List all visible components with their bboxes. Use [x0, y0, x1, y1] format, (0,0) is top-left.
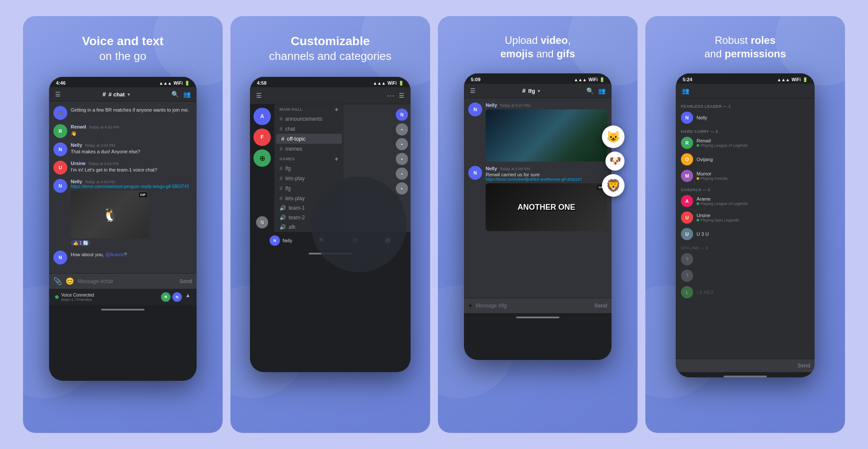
member-info-arame: Arame Playing League of Legends [697, 196, 809, 206]
send-btn-4[interactable]: Send [798, 363, 810, 369]
add-icon[interactable]: + [335, 106, 339, 113]
avatar: N [53, 142, 67, 156]
channel-row-lfg[interactable]: # lfg [274, 163, 344, 173]
hamburger-right-icon[interactable]: ☰ [399, 92, 404, 99]
home-bar-3 [516, 317, 559, 318]
server-icon-bottom[interactable]: N [256, 216, 268, 228]
chat-area-1: 🎮 Getting in a few BR matches if anyone … [49, 102, 197, 273]
member-avatar-offline-2: ? [681, 270, 693, 282]
member-name-arame: Arame [697, 196, 809, 201]
hamburger-icon-2[interactable]: ☰ [256, 92, 262, 99]
attach-icon[interactable]: 📎 [53, 277, 62, 285]
speaker-icon: 🔊 [279, 224, 286, 230]
gif-container-1: 🐧 GIF [71, 191, 149, 238]
msg-header-3: Nelly Today at 5:07 PM [486, 102, 607, 108]
channel-row-letsplay[interactable]: # lets-play [274, 173, 344, 183]
speaker-icon: 🔊 [279, 215, 286, 221]
avatar-nelly-2: N [468, 166, 482, 180]
hash-icon: # [279, 195, 283, 201]
server-icon-1[interactable]: A [253, 108, 271, 125]
attach-icon-3[interactable]: + [468, 302, 472, 310]
emoji-reaction[interactable]: 👍 1 🔄 [71, 240, 90, 246]
signal-icon-4: ▲▲▲ [777, 77, 790, 82]
search-icon-3[interactable]: 🔍 [586, 87, 594, 94]
message-item: R Renwil Today at 4:42 PM 👋 [53, 124, 192, 138]
another-one-text: ANOTHER ONE [517, 203, 575, 212]
channel-row-memes[interactable]: # memes [274, 144, 344, 154]
header-icons-2: ⋯ ☰ [387, 91, 404, 100]
msg-header: Nelly Today at 4:42 PM [71, 142, 192, 148]
home-indicator-4 [676, 372, 815, 377]
another-one-label: ANOTHER ONE [517, 203, 575, 212]
msg-text: That makes a duo! Anyone else? [71, 149, 192, 155]
category-name-games: GAMES [279, 157, 295, 161]
msg-username: Nelly [71, 142, 82, 148]
members-icon-3[interactable]: 👥 [598, 87, 605, 94]
msg-username: Renwil [71, 124, 86, 129]
card-1-title: Voice and text on the go [82, 33, 164, 64]
phone-mockup-1: 4:46 ▲▲▲ WiFi 🔋 ☰ # # chat ▾ 🔍 👥 [49, 77, 197, 381]
status-bar-1: 4:46 ▲▲▲ WiFi 🔋 [49, 77, 197, 87]
channel-row-offtopic[interactable]: # off-topic [276, 134, 342, 144]
msg-content: Renwil Today at 4:42 PM 👋 [71, 124, 192, 138]
server-icon-3[interactable]: ⊕ [253, 149, 271, 167]
message-item: N How about you, @Arame? [53, 251, 192, 264]
video-thumb: ▶ [486, 109, 607, 162]
add-icon-games[interactable]: + [335, 155, 339, 162]
header-icons-1: 🔍 👥 [171, 91, 191, 98]
cards-container: Voice and text on the go 4:46 ▲▲▲ WiFi 🔋… [0, 0, 868, 449]
battery-icon-2: 🔋 [398, 81, 404, 86]
hash-icon: # [279, 116, 283, 122]
role-offline: OFFLINE — 3 [676, 242, 815, 251]
members-icon-1[interactable]: 👥 [183, 91, 191, 98]
signal-icon: ▲▲▲ [159, 81, 172, 86]
phone-header-1: ☰ # # chat ▾ 🔍 👥 [49, 87, 197, 102]
card-media: Upload video, emojis and gifs 5:09 ▲▲▲ W… [438, 16, 638, 433]
voice-channel-label: team-1 / Friendos [61, 297, 94, 302]
battery-icon-3: 🔋 [599, 77, 605, 82]
member-av: • [396, 138, 408, 150]
server-icon-2[interactable]: F [253, 129, 271, 146]
members-list: FEARLESS LEADER — 1 N Nelly HARD CARRY —… [676, 98, 815, 359]
role-casuals: CASUALS — 3 [676, 184, 815, 193]
video-bg [486, 109, 607, 162]
gif-msg-text: Renwil carried us for sure [486, 172, 607, 177]
member-status-renwil: Playing League of Legends [697, 143, 809, 148]
member-av: • [396, 123, 408, 135]
msg-username: Nelly [71, 179, 82, 184]
member-row-mumor: M Mumor Playing Fortnite [676, 168, 815, 184]
member-status-ursine: Playing Apex Legends [697, 218, 809, 222]
voice-avatar-2: N [172, 292, 182, 302]
member-av: • [396, 153, 408, 165]
hamburger-icon-3[interactable]: ☰ [470, 87, 476, 94]
message-input-3[interactable]: Message #lfg [476, 303, 591, 309]
channel-row[interactable]: # announcements [274, 114, 344, 124]
member-name-mumor: Mumor [697, 171, 809, 176]
hash-icon: # [279, 175, 283, 182]
time-2: 4:58 [257, 80, 266, 86]
phone-header-2: ☰ ⋯ ☰ [250, 87, 411, 104]
home-bar-4 [723, 376, 767, 377]
hamburger-icon[interactable]: ☰ [55, 91, 61, 98]
message-input-area-1: 📎 😊 Message #chat Send [49, 273, 197, 289]
members-header-icon[interactable]: 👥 [682, 87, 689, 94]
member-info-u3u: U 3 U [697, 231, 809, 237]
avatar: R [53, 124, 67, 138]
card-voice-text: Voice and text on the go 4:46 ▲▲▲ WiFi 🔋… [23, 16, 223, 433]
send-btn-3[interactable]: Send [595, 303, 607, 309]
member-name-u3u: U 3 U [697, 231, 809, 237]
send-button-1[interactable]: Send [180, 278, 192, 284]
member-av: • [396, 168, 408, 180]
channel-row-chat[interactable]: # chat [274, 124, 344, 134]
hash-icon: # [279, 185, 283, 191]
expand-icon[interactable]: ▲ [185, 292, 191, 302]
emoji-stickers-container: 😺 🐶 🦁 [602, 125, 625, 197]
msg-username: Ursine [71, 161, 85, 166]
channel-name: lfg [285, 165, 291, 172]
card-3-emojis-bold: emojis [500, 48, 533, 59]
more-icon[interactable]: ⋯ [387, 91, 395, 100]
message-input-1[interactable]: Message #chat [78, 278, 176, 284]
search-icon-1[interactable]: 🔍 [171, 91, 179, 98]
emoji-icon[interactable]: 😊 [66, 277, 74, 285]
msg-link: https://tenor.com/view/noot-penguin-read… [71, 184, 192, 189]
